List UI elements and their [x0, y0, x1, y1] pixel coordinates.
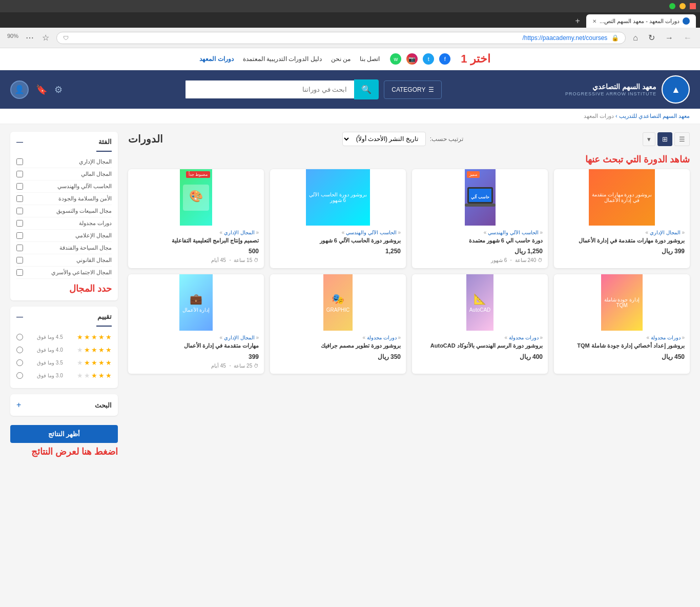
search-plus-icon[interactable]: + — [16, 400, 21, 410]
rating-item[interactable]: ★★★★★ 3.0 وما فوق — [16, 369, 112, 382]
search-button[interactable]: 🔍 — [354, 79, 379, 99]
courses-title: الدورات — [128, 133, 163, 145]
star-empty: ★ — [77, 359, 83, 367]
back-button[interactable]: ← — [681, 31, 695, 45]
twitter-icon[interactable]: t — [423, 53, 434, 65]
category-item[interactable]: المجال المالي — [16, 168, 112, 180]
course-category-link[interactable]: المجال الإداري — [224, 230, 255, 235]
reload-button[interactable]: ↻ — [645, 31, 658, 45]
category-item[interactable]: المجال الإداري — [16, 156, 112, 168]
category-item[interactable]: مجال المبيعات والتسويق — [16, 205, 112, 217]
sidebar-rating-dash: — — [16, 313, 23, 320]
list-view-button[interactable]: ☰ — [674, 132, 690, 146]
course-duration: ⏱ 25 ساعة ・ 45 أيام — [211, 362, 259, 370]
certified-courses-link[interactable]: دليل الدورات التدريبية المعتمدة — [243, 55, 322, 63]
courses-area: ☰ ⊞ ▾ ترتيب حسب: تاريخ النشر (الأحدث أول… — [128, 132, 690, 457]
star-filled: ★ — [106, 372, 112, 379]
tab-label: دورات المعهد - معهد السهم التص... — [600, 18, 680, 25]
course-price: 350 ريال — [275, 353, 401, 360]
institute-courses-link[interactable]: دورات المعهد — [199, 55, 233, 63]
main-content: ☰ ⊞ ▾ ترتيب حسب: تاريخ النشر (الأحدث أول… — [0, 124, 700, 465]
course-card[interactable]: بروشور دورة الحاسب الآلي6 شهور « الحاسب … — [270, 169, 406, 268]
course-category-link[interactable]: دورات مجدولة — [509, 335, 539, 340]
category-item[interactable]: دورات مجدولة — [16, 217, 112, 230]
about-link[interactable]: من نحن — [331, 55, 351, 63]
category-checkbox[interactable] — [16, 208, 23, 214]
address-bar[interactable]: 🔒 https://paacademy.net/courses/ 🛡 — [56, 32, 626, 44]
category-item[interactable]: مجال السياحة والفندقة — [16, 242, 112, 254]
facebook-icon[interactable]: f — [439, 53, 450, 65]
social-icons-group: f t 📷 w — [390, 53, 450, 65]
course-card[interactable]: إدارة جودة شاملةTQM « دورات مجدولة » برو… — [554, 274, 690, 373]
avatar[interactable]: 👤 — [10, 80, 29, 99]
course-image: 💼 إدارة الأعمال — [128, 274, 264, 331]
rating-item[interactable]: ★★★★★ 4.0 وما فوق — [16, 343, 112, 356]
home-button[interactable]: ⌂ — [630, 31, 641, 45]
category-checkbox[interactable] — [16, 195, 23, 202]
course-image: 🎨 مضبوط جداً — [128, 169, 264, 226]
window-maximize-btn[interactable] — [669, 3, 675, 9]
whatsapp-icon[interactable]: w — [390, 53, 401, 65]
category-button[interactable]: ☰ CATEGORY — [384, 80, 442, 99]
course-category-link[interactable]: دورات مجدولة — [367, 335, 397, 340]
course-category-link[interactable]: المجال الإداري — [650, 230, 681, 235]
course-category: « المجال الإداري » — [133, 230, 259, 235]
category-checkbox[interactable] — [16, 269, 23, 276]
course-card[interactable]: حاسب آلي مميز « الحاسب الآلي والهندسي » … — [412, 169, 548, 268]
show-results-button[interactable]: أظهر النتائج — [10, 425, 118, 443]
course-meta: ⏱ 25 ساعة ・ 45 أيام — [133, 362, 259, 370]
course-category-link[interactable]: المجال الإداري — [224, 335, 255, 340]
category-item[interactable]: الحاسب الآلي والهندسي — [16, 180, 112, 193]
rating-radio[interactable] — [16, 372, 23, 379]
course-card[interactable]: 🎨 مضبوط جداً « المجال الإداري » تصميم وإ… — [128, 169, 264, 268]
settings-icon[interactable]: ⚙ — [54, 84, 63, 95]
rating-radio[interactable] — [16, 347, 23, 353]
more-button[interactable]: ⋯ — [23, 31, 37, 45]
annotation-3: اضغط هنا لعرض النتائج — [31, 447, 118, 457]
category-item[interactable]: المجال القانوني — [16, 254, 112, 267]
course-image: 📐 AutoCAD — [412, 274, 548, 331]
tab-close-btn[interactable]: ✕ — [592, 18, 596, 24]
category-item[interactable]: المجال الإعلامي — [16, 230, 112, 242]
course-card[interactable]: 🎭 GRAPHIC « دورات مجدولة » بروشور دورة ت… — [270, 274, 406, 373]
category-list: المجال الإداري المجال المالي الحاسب الآل… — [16, 156, 112, 279]
rating-item[interactable]: ★★★★★ 4.5 وما فوق — [16, 331, 112, 343]
active-browser-tab[interactable]: دورات المعهد - معهد السهم التص... ✕ — [586, 14, 696, 28]
rating-item[interactable]: ★★★★★ 3.5 وما فوق — [16, 356, 112, 369]
category-checkbox[interactable] — [16, 257, 23, 264]
new-tab-button[interactable]: + — [571, 14, 584, 28]
site-top-nav: اختر 1 f t 📷 w اتصل بنا من نحن دليل الدو… — [0, 48, 700, 70]
category-item[interactable]: الأمن والسلامة والجودة — [16, 193, 112, 205]
sort-dropdown-button[interactable]: ▾ — [643, 132, 655, 146]
sidebar-search-header: البحث + — [16, 400, 112, 410]
course-category-link[interactable]: الحاسب الآلي والهندسي — [346, 230, 397, 235]
course-card[interactable]: 💼 إدارة الأعمال « المجال الإداري » مهارا… — [128, 274, 264, 373]
grid-view-button[interactable]: ⊞ — [657, 132, 672, 146]
category-checkbox[interactable] — [16, 183, 23, 190]
rating-radio[interactable] — [16, 359, 23, 366]
window-minimize-btn[interactable] — [680, 3, 686, 9]
sort-select[interactable]: تاريخ النشر (الأحدث أولاً) تاريخ النشر (… — [342, 132, 426, 146]
category-checkbox[interactable] — [16, 158, 23, 165]
course-category-link[interactable]: الحاسب الآلي والهندسي — [488, 230, 539, 235]
window-close-btn[interactable] — [690, 3, 696, 9]
search-input[interactable] — [186, 80, 354, 98]
course-category-link[interactable]: دورات مجدولة — [651, 335, 681, 340]
course-card[interactable]: بروشور دورة مهارات متقدمةفي إدارة الأعما… — [554, 169, 690, 268]
sidebar-category-title: الفئة — [98, 138, 112, 146]
category-checkbox[interactable] — [16, 245, 23, 251]
category-checkbox[interactable] — [16, 232, 23, 239]
category-item[interactable]: المجال الاجتماعي والأسري — [16, 267, 112, 279]
bookmark-icon[interactable]: 🔖 — [36, 84, 47, 95]
course-card[interactable]: 📐 AutoCAD « دورات مجدولة » بروشور دورة ا… — [412, 274, 548, 373]
instagram-icon[interactable]: 📷 — [406, 53, 418, 65]
rating-radio[interactable] — [16, 334, 23, 340]
category-checkbox[interactable] — [16, 220, 23, 227]
forward-button[interactable]: → — [662, 31, 676, 45]
course-name: دورة حاسب الي 6 شهور معتمدة — [417, 237, 543, 245]
bookmarks-button[interactable]: ☆ — [39, 31, 52, 45]
contact-link[interactable]: اتصل بنا — [360, 55, 380, 63]
category-checkbox[interactable] — [16, 171, 23, 177]
course-price: 1,250 — [275, 248, 401, 255]
breadcrumb-home[interactable]: معهد السهم التصاعدي للتدريب — [619, 113, 690, 119]
